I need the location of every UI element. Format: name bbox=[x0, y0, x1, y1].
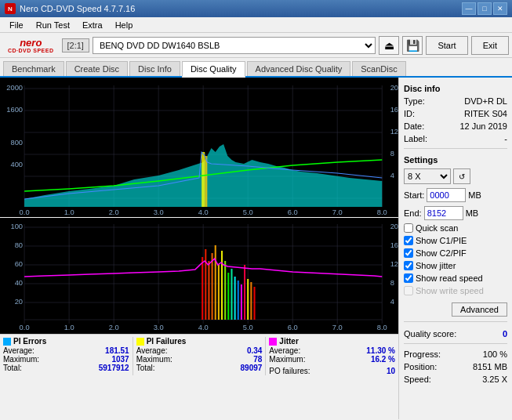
divider-2 bbox=[404, 321, 507, 322]
drive-select[interactable]: BENQ DVD DD DW1640 BSLB bbox=[93, 37, 376, 54]
chart-stats-area: 2000 1600 800 400 20 16 12 8 4 bbox=[0, 78, 398, 419]
nero-logo-text: nero bbox=[20, 38, 42, 48]
pi-errors-max-value: 1037 bbox=[111, 355, 129, 364]
svg-rect-68 bbox=[218, 265, 220, 320]
svg-rect-74 bbox=[238, 281, 239, 320]
show-read-speed-label: Show read speed bbox=[416, 273, 483, 283]
disc-type-value: DVD+R DL bbox=[464, 96, 507, 106]
maximize-button[interactable]: □ bbox=[478, 2, 492, 15]
svg-rect-26 bbox=[202, 152, 205, 207]
eject-button[interactable]: ⏏ bbox=[379, 36, 399, 55]
disc-type-row: Type: DVD+R DL bbox=[404, 96, 507, 106]
svg-text:12: 12 bbox=[390, 128, 398, 136]
tab-disc-info[interactable]: Disc Info bbox=[129, 61, 180, 76]
svg-text:20: 20 bbox=[15, 298, 23, 306]
svg-text:20: 20 bbox=[390, 223, 398, 230]
divider-3 bbox=[404, 343, 507, 344]
svg-text:800: 800 bbox=[10, 139, 23, 147]
disc-info-title: Disc info bbox=[404, 84, 507, 93]
svg-text:2.0: 2.0 bbox=[109, 208, 119, 216]
start-button[interactable]: Start bbox=[426, 36, 467, 55]
tab-advanced-disc-quality[interactable]: Advanced Disc Quality bbox=[247, 61, 351, 76]
tab-create-disc[interactable]: Create Disc bbox=[66, 61, 128, 76]
po-failures-label: PO failures: bbox=[269, 367, 310, 375]
stat-pi-failures: PI Failures Average: 0.34 Maximum: 78 To… bbox=[136, 337, 263, 375]
speed-row: Speed: 3.25 X bbox=[404, 375, 507, 384]
pi-failures-total-label: Total: bbox=[136, 364, 155, 372]
pi-failures-total-value: 89097 bbox=[241, 364, 263, 372]
quality-score-label: Quality score: bbox=[404, 329, 456, 339]
svg-text:6.0: 6.0 bbox=[288, 208, 298, 216]
pi-failures-max-value: 78 bbox=[253, 355, 262, 364]
jitter-color bbox=[269, 338, 277, 346]
pi-failures-title: PI Failures bbox=[147, 337, 187, 346]
disc-date-label: Date: bbox=[404, 121, 424, 131]
jitter-avg-label: Average: bbox=[269, 346, 300, 355]
speed-value: 3.25 X bbox=[482, 375, 507, 384]
svg-rect-64 bbox=[205, 249, 206, 320]
save-button[interactable]: 💾 bbox=[402, 36, 423, 55]
svg-text:5.0: 5.0 bbox=[243, 324, 253, 331]
tab-disc-quality[interactable]: Disc Quality bbox=[182, 61, 245, 78]
start-input[interactable] bbox=[427, 188, 466, 202]
position-value: 8151 MB bbox=[473, 362, 507, 371]
pi-failures-color bbox=[136, 338, 144, 346]
jitter-max-value: 16.2 % bbox=[371, 355, 395, 364]
svg-text:60: 60 bbox=[15, 260, 23, 268]
exit-button[interactable]: Exit bbox=[471, 36, 509, 55]
tab-bar: Benchmark Create Disc Disc Info Disc Qua… bbox=[0, 58, 512, 78]
menu-extra[interactable]: Extra bbox=[76, 19, 109, 31]
show-jitter-row: Show jitter bbox=[404, 261, 507, 270]
show-c2pif-checkbox[interactable] bbox=[404, 248, 413, 258]
show-jitter-checkbox[interactable] bbox=[404, 261, 413, 270]
close-button[interactable]: ✕ bbox=[493, 2, 507, 15]
end-mb-row: End: MB bbox=[404, 206, 507, 220]
menu-file[interactable]: File bbox=[3, 19, 30, 31]
tab-scandisc[interactable]: ScanDisc bbox=[352, 61, 405, 76]
disc-date-value: 12 Jun 2019 bbox=[459, 121, 507, 131]
tab-benchmark[interactable]: Benchmark bbox=[3, 61, 64, 76]
disc-id-label: ID: bbox=[404, 109, 415, 118]
svg-rect-27 bbox=[205, 156, 207, 207]
show-c1pie-checkbox[interactable] bbox=[404, 236, 413, 245]
jitter-title: Jitter bbox=[279, 337, 298, 346]
advanced-button[interactable]: Advanced bbox=[452, 302, 507, 317]
show-c2pif-label: Show C2/PIF bbox=[416, 248, 467, 258]
end-input[interactable] bbox=[424, 206, 463, 220]
svg-text:3.0: 3.0 bbox=[154, 208, 164, 216]
svg-text:0.0: 0.0 bbox=[20, 324, 30, 331]
svg-text:16: 16 bbox=[390, 241, 398, 249]
toolbar: nero CD·DVD SPEED [2:1] BENQ DVD DD DW16… bbox=[0, 33, 512, 58]
svg-text:4.0: 4.0 bbox=[198, 324, 209, 331]
minimize-button[interactable]: — bbox=[462, 2, 476, 15]
pi-failures-avg-value: 0.34 bbox=[247, 346, 262, 355]
drive-id-label: [2:1] bbox=[62, 38, 89, 52]
svg-rect-78 bbox=[250, 282, 252, 320]
svg-text:4: 4 bbox=[390, 298, 394, 306]
nero-logo: nero CD·DVD SPEED bbox=[3, 38, 59, 53]
jitter-max-label: Maximum: bbox=[269, 355, 305, 364]
quick-scan-checkbox[interactable] bbox=[404, 223, 413, 233]
speed-select[interactable]: 8 X 4 X 2 X MAX bbox=[404, 168, 451, 184]
nero-logo-subtitle: CD·DVD SPEED bbox=[8, 48, 54, 53]
svg-text:4: 4 bbox=[390, 172, 394, 179]
stat-jitter: Jitter Average: 11.30 % Maximum: 16.2 % … bbox=[269, 337, 395, 375]
app-title: Nero CD-DVD Speed 4.7.7.16 bbox=[20, 4, 135, 13]
refresh-button[interactable]: ↺ bbox=[453, 168, 470, 184]
svg-text:4.0: 4.0 bbox=[198, 208, 209, 216]
titlebar: N Nero CD-DVD Speed 4.7.7.16 — □ ✕ bbox=[0, 0, 512, 17]
pi-failures-avg-label: Average: bbox=[136, 346, 168, 355]
svg-rect-79 bbox=[253, 287, 255, 320]
svg-text:400: 400 bbox=[10, 161, 23, 168]
svg-text:5.0: 5.0 bbox=[243, 208, 253, 216]
svg-text:1600: 1600 bbox=[6, 106, 23, 114]
menu-help[interactable]: Help bbox=[109, 19, 140, 31]
svg-text:20: 20 bbox=[390, 84, 398, 92]
menu-run-test[interactable]: Run Test bbox=[30, 19, 76, 31]
disc-id-row: ID: RITEK S04 bbox=[404, 109, 507, 118]
show-read-speed-checkbox[interactable] bbox=[404, 273, 413, 283]
pi-errors-color bbox=[3, 338, 11, 346]
quick-scan-row: Quick scan bbox=[404, 223, 507, 233]
position-label: Position: bbox=[404, 362, 437, 371]
position-row: Position: 8151 MB bbox=[404, 362, 507, 371]
